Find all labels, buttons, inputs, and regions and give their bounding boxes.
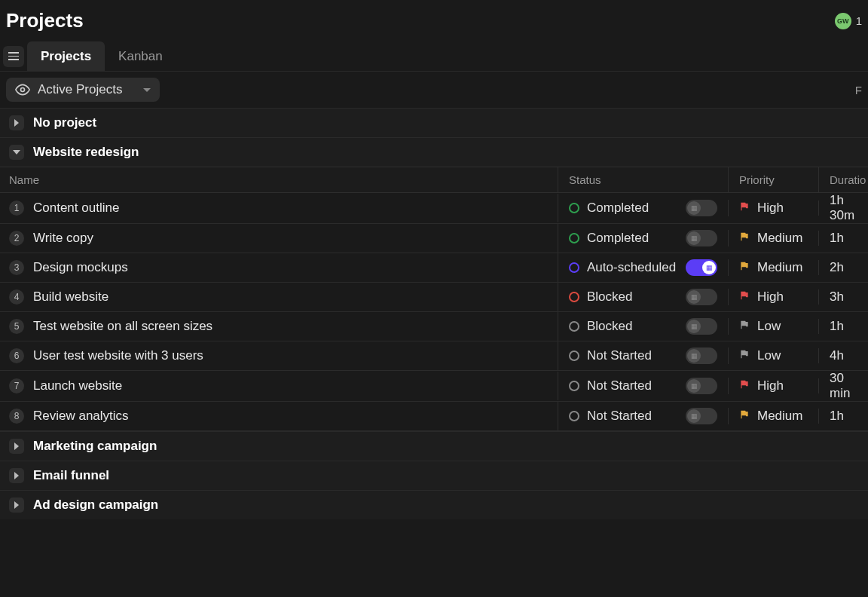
auto-schedule-toggle[interactable]: ▦ — [686, 318, 717, 335]
status-ring-icon — [569, 203, 579, 213]
task-name-cell[interactable]: 2 Write copy — [0, 224, 558, 253]
status-cell[interactable]: Blocked ▦ — [558, 289, 729, 305]
calendar-icon: ▦ — [691, 204, 698, 212]
filter-bar: Active Projects F — [0, 72, 868, 108]
task-name: Write copy — [33, 231, 93, 246]
group-header[interactable]: Marketing campaign — [0, 431, 868, 461]
tab-kanban[interactable]: Kanban — [105, 41, 176, 71]
status-ring-icon — [569, 351, 579, 361]
status-cell[interactable]: Blocked ▦ — [558, 318, 729, 335]
col-header-name[interactable]: Name — [0, 167, 558, 192]
task-number-badge: 4 — [9, 289, 24, 305]
task-name-cell[interactable]: 8 Review analytics — [0, 402, 558, 430]
col-header-priority[interactable]: Priority — [729, 167, 819, 192]
toggle-knob: ▦ — [687, 320, 701, 333]
auto-schedule-toggle[interactable]: ▦ — [686, 347, 717, 364]
calendar-icon: ▦ — [706, 264, 713, 271]
duration-cell[interactable]: 30 min — [819, 371, 868, 401]
duration-cell[interactable]: 3h — [819, 289, 868, 305]
task-row[interactable]: 8 Review analytics Not Started ▦ Medium — [0, 402, 868, 431]
task-name-cell[interactable]: 6 User test website with 3 users — [0, 341, 558, 370]
priority-cell[interactable]: High — [729, 201, 819, 216]
task-name: Content outline — [33, 201, 119, 216]
calendar-icon: ▦ — [691, 293, 698, 301]
status-text: Not Started — [587, 409, 678, 424]
status-cell[interactable]: Not Started ▦ — [558, 347, 729, 364]
task-row[interactable]: 1 Content outline Completed ▦ High — [0, 193, 868, 224]
duration-cell[interactable]: 4h — [819, 348, 868, 363]
tab-projects[interactable]: Projects — [27, 41, 105, 71]
priority-text: Low — [757, 319, 781, 334]
priority-cell[interactable]: Low — [729, 348, 819, 363]
view-selector[interactable]: Active Projects — [6, 78, 160, 102]
duration-cell[interactable]: 1h — [819, 231, 868, 246]
task-number-badge: 1 — [9, 201, 24, 216]
group-header[interactable]: Email funnel — [0, 461, 868, 490]
priority-text: High — [757, 289, 784, 305]
flag-icon — [739, 409, 750, 424]
col-header-duration[interactable]: Duratio — [819, 167, 868, 192]
chevron-right-icon — [9, 439, 24, 454]
calendar-icon: ▦ — [691, 412, 698, 420]
status-text: Blocked — [587, 289, 678, 305]
status-text: Not Started — [587, 348, 678, 363]
task-name: Test website on all screen sizes — [33, 319, 212, 334]
auto-schedule-toggle[interactable]: ▦ — [686, 230, 717, 246]
priority-cell[interactable]: Medium — [729, 231, 819, 246]
auto-schedule-toggle[interactable]: ▦ — [686, 378, 717, 394]
header-right: GW 1 — [835, 13, 862, 29]
duration-cell[interactable]: 1h — [819, 409, 868, 424]
workspace-count: 1 — [856, 14, 862, 27]
auto-schedule-toggle[interactable]: ▦ — [686, 408, 717, 424]
col-header-status[interactable]: Status — [558, 167, 729, 192]
priority-cell[interactable]: Medium — [729, 409, 819, 424]
status-cell[interactable]: Completed ▦ — [558, 200, 729, 216]
task-number-badge: 7 — [9, 378, 24, 393]
status-text: Blocked — [587, 319, 678, 334]
group-title: No project — [33, 115, 96, 130]
task-name: Review analytics — [33, 409, 129, 424]
status-text: Completed — [587, 201, 678, 216]
task-name-cell[interactable]: 1 Content outline — [0, 194, 558, 222]
duration-cell[interactable]: 1h — [819, 319, 868, 334]
priority-cell[interactable]: High — [729, 289, 819, 305]
toggle-knob: ▦ — [687, 231, 701, 245]
task-name-cell[interactable]: 5 Test website on all screen sizes — [0, 312, 558, 341]
priority-text: High — [757, 201, 784, 216]
group-header[interactable]: Ad design campaign — [0, 490, 868, 519]
duration-cell[interactable]: 1h 30m — [819, 193, 868, 223]
group-header[interactable]: Website redesign — [0, 137, 868, 167]
task-name-cell[interactable]: 3 Design mockups — [0, 253, 558, 282]
task-row[interactable]: 5 Test website on all screen sizes Block… — [0, 312, 868, 341]
task-row[interactable]: 3 Design mockups Auto-scheduled ▦ Medium — [0, 253, 868, 283]
priority-cell[interactable]: Medium — [729, 260, 819, 275]
page-title: Projects — [6, 9, 84, 32]
task-name-cell[interactable]: 7 Launch website — [0, 372, 558, 400]
auto-schedule-toggle[interactable]: ▦ — [686, 289, 717, 305]
auto-schedule-toggle[interactable]: ▦ — [686, 259, 717, 276]
auto-schedule-toggle[interactable]: ▦ — [686, 200, 717, 216]
status-text: Auto-scheduled — [587, 260, 678, 275]
duration-cell[interactable]: 2h — [819, 260, 868, 275]
task-row[interactable]: 6 User test website with 3 users Not Sta… — [0, 341, 868, 371]
priority-cell[interactable]: High — [729, 378, 819, 393]
chevron-down-icon — [9, 145, 24, 160]
status-cell[interactable]: Auto-scheduled ▦ — [558, 259, 729, 276]
task-name: Build website — [33, 289, 108, 305]
status-cell[interactable]: Completed ▦ — [558, 230, 729, 246]
task-row[interactable]: 7 Launch website Not Started ▦ High — [0, 371, 868, 402]
task-row[interactable]: 4 Build website Blocked ▦ High 3h — [0, 283, 868, 312]
group-header[interactable]: No project — [0, 108, 868, 137]
status-cell[interactable]: Not Started ▦ — [558, 378, 729, 394]
task-name: User test website with 3 users — [33, 348, 203, 363]
calendar-icon: ▦ — [691, 234, 698, 242]
status-cell[interactable]: Not Started ▦ — [558, 408, 729, 424]
task-name: Design mockups — [33, 260, 128, 275]
task-name-cell[interactable]: 4 Build website — [0, 283, 558, 311]
priority-text: Medium — [757, 260, 802, 275]
priority-cell[interactable]: Low — [729, 319, 819, 334]
task-row[interactable]: 2 Write copy Completed ▦ Medium 1 — [0, 224, 868, 253]
menu-button[interactable] — [3, 46, 24, 67]
priority-text: High — [757, 378, 784, 393]
avatar[interactable]: GW — [835, 13, 851, 29]
